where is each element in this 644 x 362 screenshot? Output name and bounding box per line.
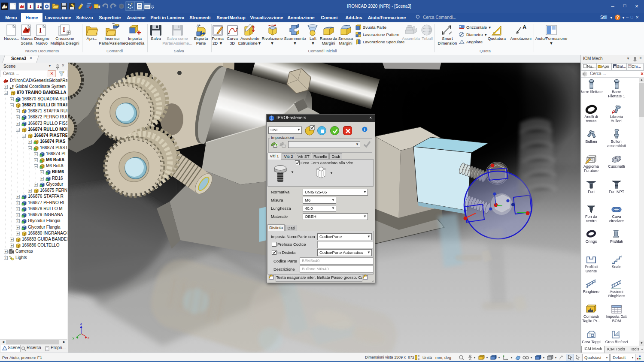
svg-text:z: z — [80, 322, 82, 326]
svg-text:I: I — [39, 27, 42, 34]
svg-text:x: x — [88, 336, 89, 340]
svg-text:A: A — [522, 24, 527, 30]
svg-text:I: I — [37, 3, 39, 9]
svg-text:I: I — [63, 27, 65, 33]
svg-text:I: I — [30, 3, 31, 9]
svg-text:y: y — [73, 336, 74, 340]
